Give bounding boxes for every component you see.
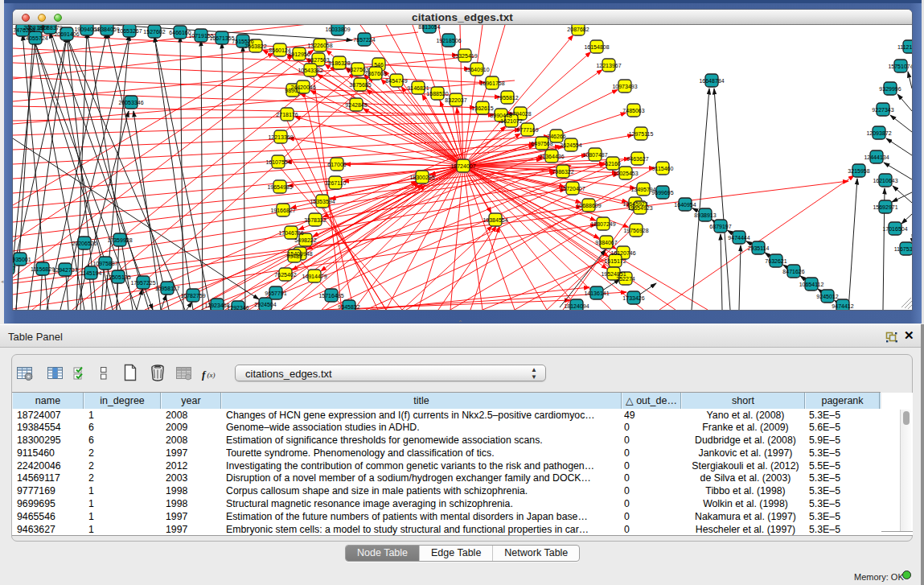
- svg-text:10688609: 10688609: [576, 203, 601, 208]
- svg-text:20053346: 20053346: [118, 100, 143, 105]
- svg-text:1621072: 1621072: [500, 118, 522, 124]
- svg-text:17359928: 17359928: [107, 237, 132, 243]
- svg-text:18384059: 18384059: [94, 27, 119, 32]
- svg-text:12093872: 12093872: [866, 130, 891, 136]
- svg-text:18807249: 18807249: [590, 221, 615, 227]
- svg-text:16154808: 16154808: [584, 44, 609, 50]
- svg-text:16648784: 16648784: [699, 78, 724, 84]
- svg-text:10654112: 10654112: [799, 282, 824, 287]
- svg-text:9227343: 9227343: [872, 107, 893, 113]
- svg-text:16120746: 16120746: [610, 250, 635, 256]
- svg-text:3624554: 3624554: [560, 142, 581, 148]
- svg-text:10543382: 10543382: [298, 68, 322, 73]
- svg-text:9827503: 9827503: [307, 57, 329, 63]
- svg-text:7485063: 7485063: [622, 108, 644, 113]
- svg-text:18300295: 18300295: [409, 175, 434, 180]
- svg-text:2867608: 2867608: [364, 71, 386, 76]
- svg-text:16033809: 16033809: [325, 27, 350, 32]
- svg-text:9146821: 9146821: [407, 85, 429, 91]
- svg-text:9242848: 9242848: [345, 102, 367, 108]
- svg-text:10975887: 10975887: [92, 261, 117, 266]
- svg-text:1527602: 1527602: [143, 29, 165, 35]
- svg-text:2718176: 2718176: [276, 112, 298, 117]
- svg-text:3215958: 3215958: [848, 168, 869, 174]
- svg-text:1615172: 1615172: [604, 258, 626, 264]
- svg-text:19088379: 19088379: [37, 25, 62, 31]
- svg-text:10025453: 10025453: [613, 171, 638, 176]
- svg-text:10653267: 10653267: [117, 28, 142, 34]
- svg-text:11121567: 11121567: [897, 44, 912, 50]
- svg-text:16107554: 16107554: [265, 159, 290, 165]
- svg-text:13495794: 13495794: [630, 187, 655, 192]
- svg-text:8813054: 8813054: [418, 25, 440, 30]
- svg-text:16961758: 16961758: [479, 80, 504, 86]
- svg-text:62160: 62160: [605, 161, 621, 167]
- svg-text:9115460: 9115460: [652, 166, 674, 171]
- svg-text:18724007: 18724007: [450, 163, 475, 169]
- svg-text:9463627: 9463627: [626, 156, 648, 162]
- svg-text:16671355: 16671355: [209, 35, 234, 41]
- svg-text:12213369: 12213369: [268, 134, 293, 140]
- svg-text:15751074: 15751074: [888, 64, 912, 69]
- svg-text:12942737: 12942737: [52, 267, 77, 273]
- svg-text:14055724: 14055724: [23, 35, 47, 41]
- svg-text:3578332: 3578332: [304, 217, 326, 223]
- svg-text:746266: 746266: [547, 134, 565, 139]
- svg-text:8322037: 8322037: [445, 97, 466, 103]
- svg-text:(x): (x): [207, 371, 216, 379]
- svg-text:9474444: 9474444: [728, 235, 749, 241]
- svg-text:3267110: 3267110: [325, 180, 347, 186]
- svg-text:17957225: 17957225: [130, 280, 155, 286]
- svg-text:14914479: 14914479: [302, 274, 326, 279]
- svg-text:f: f: [202, 369, 207, 381]
- svg-text:19384554: 19384554: [483, 217, 507, 223]
- svg-text:12975115: 12975115: [629, 131, 654, 137]
- svg-text:1292346: 1292346: [227, 305, 248, 311]
- svg-text:9384067: 9384067: [595, 240, 617, 245]
- svg-text:21364436: 21364436: [539, 154, 564, 159]
- svg-text:19166827: 19166827: [270, 208, 295, 213]
- svg-text:2924504: 2924504: [254, 302, 276, 307]
- svg-text:19756928: 19756928: [623, 228, 648, 233]
- svg-text:5498222: 5498222: [294, 237, 316, 243]
- svg-text:9474412: 9474412: [832, 303, 853, 309]
- svg-text:617006: 617006: [327, 162, 346, 167]
- svg-text:9777169: 9777169: [516, 127, 538, 133]
- svg-text:7563822: 7563822: [244, 43, 266, 49]
- svg-text:15720407: 15720407: [560, 186, 585, 192]
- svg-text:15716485: 15716485: [318, 293, 343, 299]
- svg-text:8912956: 8912956: [288, 51, 310, 57]
- svg-text:20206526: 20206526: [72, 241, 97, 246]
- svg-text:12213967: 12213967: [596, 63, 621, 68]
- svg-text:18124094: 18124094: [564, 303, 589, 309]
- svg-text:8938913: 8938913: [694, 212, 716, 218]
- svg-text:10807487: 10807487: [582, 152, 607, 158]
- svg-text:252274: 252274: [616, 276, 634, 282]
- svg-text:1362615: 1362615: [471, 105, 493, 111]
- svg-text:13325419: 13325419: [452, 53, 477, 59]
- svg-text:6794028: 6794028: [509, 111, 531, 117]
- svg-text:8454749: 8454749: [385, 78, 407, 84]
- svg-text:19654985: 19654985: [267, 184, 292, 190]
- svg-text:7955812: 7955812: [496, 95, 518, 101]
- svg-text:12923468: 12923468: [204, 303, 229, 308]
- svg-text:39157: 39157: [13, 266, 16, 271]
- svg-text:12505135: 12505135: [105, 274, 130, 280]
- svg-text:10973493: 10973493: [612, 84, 637, 89]
- svg-text:9329996: 9329996: [879, 86, 901, 92]
- svg-text:3875685: 3875685: [349, 82, 371, 88]
- svg-text:546: 546: [374, 62, 384, 68]
- svg-text:7986322: 7986322: [552, 169, 573, 175]
- svg-text:9935001: 9935001: [13, 257, 31, 262]
- svg-text:2935114: 2935114: [748, 245, 770, 251]
- svg-text:24420046: 24420046: [290, 84, 315, 90]
- svg-text:7857224: 7857224: [353, 37, 375, 43]
- svg-text:19218506: 19218506: [436, 38, 461, 43]
- svg-text:12444134: 12444134: [864, 154, 889, 160]
- svg-text:16782759: 16782759: [180, 293, 205, 299]
- svg-text:16210643: 16210643: [873, 178, 897, 183]
- svg-text:1733426: 1733426: [622, 295, 644, 301]
- svg-text:99489: 99489: [286, 253, 302, 259]
- svg-text:1145194: 1145194: [80, 270, 102, 276]
- svg-text:8471626: 8471626: [782, 269, 804, 274]
